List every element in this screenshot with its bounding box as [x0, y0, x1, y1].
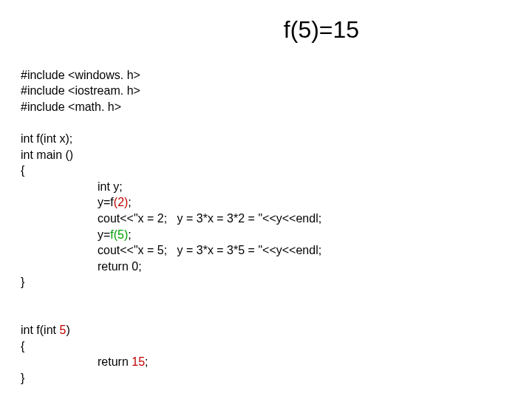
- include-iostream: #include <iostream. h>: [21, 84, 140, 97]
- include-windows: #include <windows. h>: [21, 69, 140, 81]
- close-brace: }: [21, 276, 24, 288]
- decl-y: int y;: [21, 180, 123, 193]
- func-def: int f(int 5): [21, 324, 70, 336]
- slide-title: f(5)=15: [21, 16, 511, 44]
- return-15: return 15;: [21, 355, 149, 368]
- cout-2: cout<<"x = 5; y = 3*x = 3*5 = "<<y<<endl…: [21, 244, 321, 256]
- call-f2: y=f(2);: [21, 196, 132, 208]
- code-block: #include <windows. h> #include <iostream…: [21, 51, 511, 386]
- close-brace-2: }: [21, 372, 24, 384]
- call-f5: y=f(5);: [21, 228, 132, 241]
- prototype: int f(int x);: [21, 132, 72, 145]
- include-math: #include <math. h>: [21, 100, 121, 113]
- return-0: return 0;: [21, 260, 142, 273]
- slide: f(5)=15 #include <windows. h> #include <…: [0, 0, 532, 399]
- cout-1: cout<<"x = 2; y = 3*x = 3*2 = "<<y<<endl…: [21, 212, 321, 225]
- main-decl: int main (): [21, 149, 73, 161]
- open-brace: {: [21, 164, 24, 177]
- open-brace-2: {: [21, 340, 24, 352]
